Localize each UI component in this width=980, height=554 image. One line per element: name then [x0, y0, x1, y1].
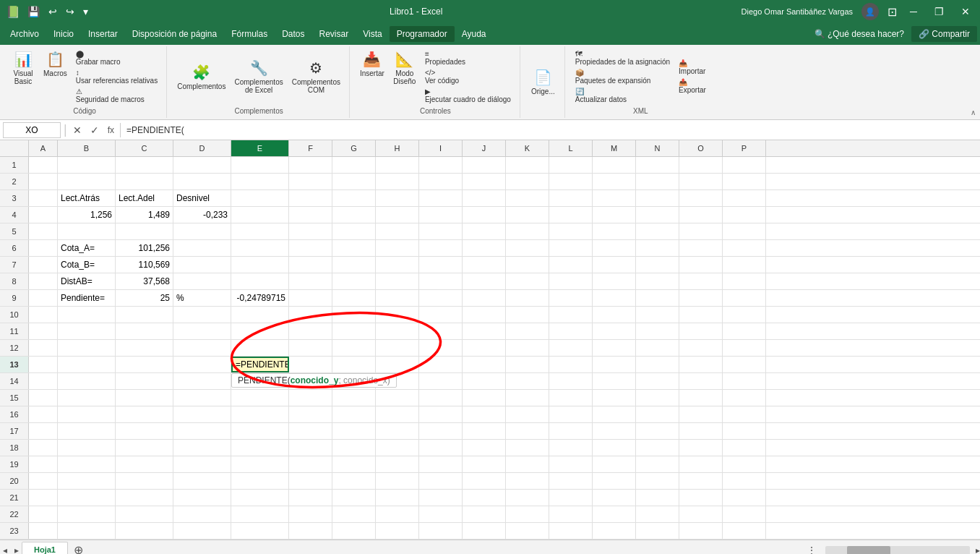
- cell-o5[interactable]: [679, 223, 723, 239]
- cell-j9[interactable]: [463, 290, 506, 306]
- cell-o11[interactable]: [679, 323, 723, 339]
- cell-p18[interactable]: [723, 440, 766, 456]
- cell-e19[interactable]: [231, 456, 289, 472]
- cell-b13[interactable]: [58, 357, 116, 372]
- cell-e10[interactable]: [231, 307, 289, 323]
- cell-b22[interactable]: [58, 506, 116, 522]
- cell-k10[interactable]: [506, 307, 549, 323]
- cell-i5[interactable]: [419, 223, 463, 239]
- cell-a18[interactable]: [29, 440, 58, 456]
- cell-g3[interactable]: [332, 190, 376, 206]
- row-num-3[interactable]: 3: [0, 190, 29, 206]
- cell-c5[interactable]: [116, 223, 173, 239]
- row-num-7[interactable]: 7: [0, 257, 29, 273]
- cell-g2[interactable]: [332, 174, 376, 189]
- cell-l18[interactable]: [549, 440, 593, 456]
- cell-g13[interactable]: [332, 357, 376, 372]
- cell-m19[interactable]: [593, 456, 636, 472]
- name-box[interactable]: [3, 122, 61, 138]
- cell-p2[interactable]: [723, 174, 766, 189]
- cell-i13[interactable]: [419, 357, 463, 372]
- col-header-f[interactable]: F: [289, 140, 332, 156]
- cell-k8[interactable]: [506, 273, 549, 289]
- sheet-options-button[interactable]: ⋮: [804, 545, 820, 555]
- cell-k11[interactable]: [506, 323, 549, 339]
- cell-c1[interactable]: [116, 157, 173, 173]
- col-header-a[interactable]: A: [29, 140, 58, 156]
- cell-l10[interactable]: [549, 307, 593, 323]
- cell-o22[interactable]: [679, 506, 723, 522]
- cell-p17[interactable]: [723, 423, 766, 439]
- col-header-j[interactable]: J: [463, 140, 506, 156]
- cell-l13[interactable]: [549, 357, 593, 372]
- cell-g9[interactable]: [332, 290, 376, 306]
- cell-e20[interactable]: [231, 473, 289, 489]
- cell-f15[interactable]: [289, 390, 332, 406]
- cell-o2[interactable]: [679, 174, 723, 189]
- row-num-2[interactable]: 2: [0, 174, 29, 189]
- cell-d13[interactable]: [173, 357, 231, 372]
- cell-p12[interactable]: [723, 340, 766, 356]
- grabar-macro-button[interactable]: ⬤ Grabar macro: [73, 49, 160, 67]
- cell-o10[interactable]: [679, 307, 723, 323]
- cell-e9[interactable]: -0,24789715: [231, 290, 289, 306]
- cell-k2[interactable]: [506, 174, 549, 189]
- cell-l15[interactable]: [549, 390, 593, 406]
- cell-a2[interactable]: [29, 174, 58, 189]
- cell-h20[interactable]: [376, 473, 419, 489]
- cell-g16[interactable]: [332, 406, 376, 422]
- cell-a20[interactable]: [29, 473, 58, 489]
- cell-c19[interactable]: [116, 456, 173, 472]
- cell-e11[interactable]: [231, 323, 289, 339]
- cell-o13[interactable]: [679, 357, 723, 372]
- cell-k23[interactable]: [506, 523, 549, 539]
- cancel-formula-button[interactable]: ✕: [70, 123, 85, 137]
- cell-j6[interactable]: [463, 240, 506, 256]
- cell-j5[interactable]: [463, 223, 506, 239]
- row-num-20[interactable]: 20: [0, 473, 29, 489]
- cell-l4[interactable]: [549, 207, 593, 223]
- qat-more-button[interactable]: ▾: [80, 4, 91, 19]
- cell-l5[interactable]: [549, 223, 593, 239]
- cell-f13[interactable]: [289, 357, 332, 372]
- cell-l16[interactable]: [549, 406, 593, 422]
- cell-h15[interactable]: [376, 390, 419, 406]
- cell-a16[interactable]: [29, 406, 58, 422]
- cell-f12[interactable]: [289, 340, 332, 356]
- cell-p11[interactable]: [723, 323, 766, 339]
- cell-f3[interactable]: [289, 190, 332, 206]
- cell-i7[interactable]: [419, 257, 463, 273]
- cell-h19[interactable]: [376, 456, 419, 472]
- cell-l14[interactable]: [549, 373, 593, 389]
- cell-d21[interactable]: [173, 490, 231, 506]
- macros-button[interactable]: 📋 Macros: [40, 49, 70, 79]
- cell-n10[interactable]: [636, 307, 679, 323]
- cell-j4[interactable]: [463, 207, 506, 223]
- cell-l23[interactable]: [549, 523, 593, 539]
- row-num-5[interactable]: 5: [0, 223, 29, 239]
- cell-m18[interactable]: [593, 440, 636, 456]
- cell-b15[interactable]: [58, 390, 116, 406]
- cell-e23[interactable]: [231, 523, 289, 539]
- cell-p6[interactable]: [723, 240, 766, 256]
- cell-c4[interactable]: 1,489: [116, 207, 173, 223]
- cell-g11[interactable]: [332, 323, 376, 339]
- cell-e7[interactable]: [231, 257, 289, 273]
- menu-datos[interactable]: Datos: [275, 26, 311, 42]
- cell-k13[interactable]: [506, 357, 549, 372]
- cell-m10[interactable]: [593, 307, 636, 323]
- cell-d5[interactable]: [173, 223, 231, 239]
- col-header-c[interactable]: C: [116, 140, 173, 156]
- cell-f9[interactable]: [289, 290, 332, 306]
- cell-d6[interactable]: [173, 240, 231, 256]
- cell-g7[interactable]: [332, 257, 376, 273]
- cell-i22[interactable]: [419, 506, 463, 522]
- cell-m23[interactable]: [593, 523, 636, 539]
- cell-p16[interactable]: [723, 406, 766, 422]
- row-num-11[interactable]: 11: [0, 323, 29, 339]
- menu-search[interactable]: 🔍 ¿Qué desea hacer?: [807, 26, 911, 42]
- cell-k4[interactable]: [506, 207, 549, 223]
- cell-j8[interactable]: [463, 273, 506, 289]
- origen-button[interactable]: 📄 Orige...: [528, 67, 558, 97]
- cell-h3[interactable]: [376, 190, 419, 206]
